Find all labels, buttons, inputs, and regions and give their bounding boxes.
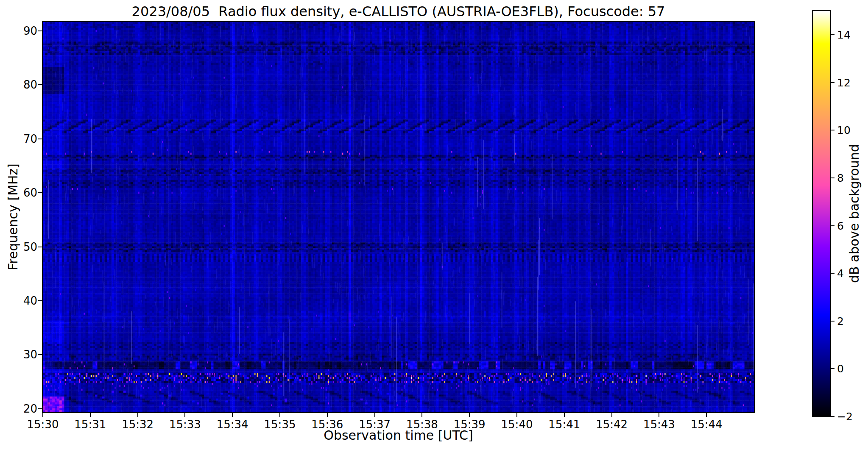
tick-mark: [38, 300, 42, 301]
tick-mark: [38, 192, 42, 193]
tick-mark: [232, 413, 233, 417]
tick-mark: [38, 354, 42, 355]
figure-root: 2023/08/05 Radio flux density, e-CALLIST…: [0, 0, 868, 452]
tick-mark: [564, 413, 565, 417]
y-tick-label: 30: [1, 348, 37, 361]
tick-mark: [38, 139, 42, 139]
colorbar-tick-label: 14: [837, 29, 851, 41]
tick-mark: [659, 413, 659, 417]
tick-mark: [42, 413, 43, 417]
tick-mark: [516, 413, 517, 417]
tick-mark: [831, 321, 835, 322]
tick-mark: [327, 413, 328, 417]
tick-mark: [421, 413, 422, 417]
colorbar-tick-label: −2: [837, 410, 853, 423]
colorbar-tick-label: 2: [837, 315, 844, 327]
tick-mark: [279, 413, 280, 417]
tick-mark: [90, 413, 91, 417]
y-tick-label: 40: [1, 294, 37, 307]
y-tick-label: 50: [1, 241, 37, 253]
tick-mark: [831, 82, 835, 83]
colorbar-tick-label: 4: [837, 267, 844, 280]
y-tick-label: 90: [1, 25, 37, 37]
y-axis-label: Frequency [MHz]: [6, 164, 20, 270]
tick-mark: [38, 408, 42, 409]
tick-mark: [831, 273, 835, 274]
colorbar-tick-label: 10: [837, 124, 851, 136]
colorbar: [812, 10, 831, 417]
tick-mark: [706, 413, 707, 417]
tick-mark: [38, 31, 42, 31]
tick-mark: [831, 177, 835, 178]
tick-mark: [38, 247, 42, 247]
colorbar-tick-label: 12: [837, 76, 851, 89]
y-tick-label: 80: [1, 78, 37, 91]
spectrogram-canvas: [43, 22, 754, 412]
tick-mark: [611, 413, 612, 417]
tick-mark: [831, 130, 835, 130]
tick-mark: [831, 225, 835, 226]
tick-mark: [831, 416, 835, 417]
tick-mark: [831, 368, 835, 369]
x-axis-label: Observation time [UTC]: [42, 428, 755, 443]
spectrogram-plot-area: [42, 21, 755, 413]
colorbar-canvas: [813, 11, 830, 416]
colorbar-tick-label: 8: [837, 172, 844, 184]
tick-mark: [469, 413, 470, 417]
y-tick-label: 20: [1, 402, 37, 415]
colorbar-tick-label: 6: [837, 219, 844, 232]
tick-mark: [374, 413, 375, 417]
y-tick-label: 70: [1, 133, 37, 145]
tick-mark: [38, 84, 42, 85]
tick-mark: [137, 413, 138, 417]
tick-mark: [831, 34, 835, 35]
colorbar-tick-label: 0: [837, 363, 844, 375]
colorbar-label: dB above background: [847, 144, 862, 283]
y-tick-label: 60: [1, 186, 37, 199]
chart-title: 2023/08/05 Radio flux density, e-CALLIST…: [42, 3, 755, 19]
tick-mark: [184, 413, 185, 417]
